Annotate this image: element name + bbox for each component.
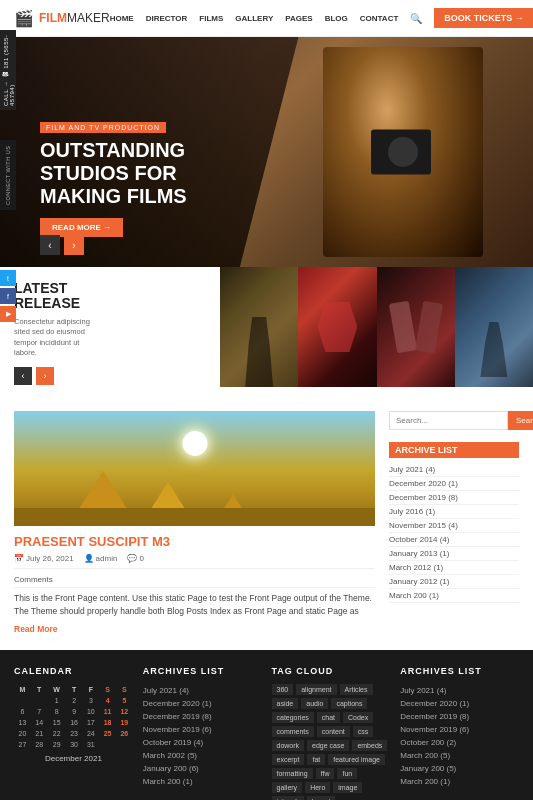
tag-fat[interactable]: fat xyxy=(307,754,325,765)
cal-day[interactable]: 6 xyxy=(14,706,31,717)
read-more-link[interactable]: Read More xyxy=(14,624,375,634)
tag-excerpt[interactable]: excerpt xyxy=(272,754,305,765)
footer-archive-item[interactable]: December 2020 (1) xyxy=(400,697,519,710)
search-button[interactable]: Search xyxy=(508,411,533,430)
tag-image[interactable]: image xyxy=(333,782,362,793)
tag-content[interactable]: content xyxy=(317,726,350,737)
footer-archive-item[interactable]: November 2019 (6) xyxy=(143,723,262,736)
cal-day[interactable]: 8 xyxy=(48,706,66,717)
footer-archive-item[interactable]: November 2019 (6) xyxy=(400,723,519,736)
tag-edgecase[interactable]: edge case xyxy=(307,740,349,751)
cal-day[interactable]: 31 xyxy=(82,739,99,750)
tag-featured[interactable]: featured image xyxy=(328,754,385,765)
gallery-item-4[interactable] xyxy=(455,267,533,387)
tag-hero[interactable]: Hero xyxy=(305,782,330,793)
cal-day[interactable]: 24 xyxy=(82,728,99,739)
cal-day[interactable]: 9 xyxy=(66,706,83,717)
search-input[interactable] xyxy=(389,411,508,430)
cal-day[interactable]: 30 xyxy=(66,739,83,750)
archive-item[interactable]: January 2013 (1) xyxy=(389,547,519,561)
cal-day[interactable]: 17 xyxy=(82,717,99,728)
nav-home[interactable]: HOME xyxy=(110,14,134,23)
cal-day[interactable] xyxy=(14,695,31,706)
archive-item[interactable]: January 2012 (1) xyxy=(389,575,519,589)
cal-day[interactable]: 1 xyxy=(48,695,66,706)
tag-layout[interactable]: layout xyxy=(307,796,336,800)
footer-archive-item[interactable]: January 200 (6) xyxy=(143,762,262,775)
cal-day[interactable]: 18 xyxy=(99,717,116,728)
cal-day[interactable]: 15 xyxy=(48,717,66,728)
cal-day[interactable]: 12 xyxy=(116,706,133,717)
footer-archive-item[interactable]: January 200 (5) xyxy=(400,762,519,775)
cal-day[interactable]: 20 xyxy=(14,728,31,739)
cal-day[interactable] xyxy=(31,695,48,706)
youtube-icon[interactable]: ▶ xyxy=(0,306,16,322)
footer-archive-item[interactable]: July 2021 (4) xyxy=(143,684,262,697)
archive-item[interactable]: March 200 (1) xyxy=(389,589,519,603)
cal-day[interactable]: 22 xyxy=(48,728,66,739)
tag-captions[interactable]: captions xyxy=(331,698,367,709)
tag-css[interactable]: css xyxy=(353,726,374,737)
cal-day[interactable]: 27 xyxy=(14,739,31,750)
twitter-icon[interactable]: t xyxy=(0,270,16,286)
tag-comments[interactable]: comments xyxy=(272,726,314,737)
footer-archive-item[interactable]: March 200 (1) xyxy=(400,775,519,788)
cal-day[interactable]: 11 xyxy=(99,706,116,717)
cal-day[interactable]: 21 xyxy=(31,728,48,739)
nav-contact[interactable]: CONTACT xyxy=(360,14,399,23)
archive-item[interactable]: December 2020 (1) xyxy=(389,477,519,491)
footer-archive-item[interactable]: December 2019 (8) xyxy=(400,710,519,723)
hero-next-button[interactable]: › xyxy=(64,235,84,255)
footer-archive-item[interactable]: December 2020 (1) xyxy=(143,697,262,710)
cal-day[interactable]: 5 xyxy=(116,695,133,706)
hero-prev-button[interactable]: ‹ xyxy=(40,235,60,255)
footer-archive-item[interactable]: March 200 (5) xyxy=(400,749,519,762)
archive-item[interactable]: October 2014 (4) xyxy=(389,533,519,547)
cal-day[interactable]: 13 xyxy=(14,717,31,728)
tag-dowork[interactable]: dowork xyxy=(272,740,305,751)
tag-codex[interactable]: Codex xyxy=(343,712,373,723)
latest-prev-button[interactable]: ‹ xyxy=(14,367,32,385)
search-icon[interactable]: 🔍 xyxy=(410,13,422,24)
cal-day[interactable] xyxy=(116,739,133,750)
footer-archive-item[interactable]: March 2002 (5) xyxy=(143,749,262,762)
cal-day[interactable] xyxy=(99,739,116,750)
tag-chat[interactable]: chat xyxy=(317,712,340,723)
archive-item[interactable]: December 2019 (8) xyxy=(389,491,519,505)
nav-films[interactable]: FILMS xyxy=(199,14,223,23)
nav-blog[interactable]: BLOG xyxy=(325,14,348,23)
nav-pages[interactable]: PAGES xyxy=(285,14,312,23)
tag-formatting[interactable]: formatting xyxy=(272,768,313,779)
archive-item[interactable]: July 2016 (1) xyxy=(389,505,519,519)
footer-archive-item[interactable]: July 2021 (4) xyxy=(400,684,519,697)
footer-archive-item[interactable]: October 2019 (4) xyxy=(143,736,262,749)
tag-aside[interactable]: aside xyxy=(272,698,299,709)
gallery-item-2[interactable] xyxy=(298,267,376,387)
tag-embeds[interactable]: embeds xyxy=(352,740,387,751)
cal-day[interactable]: 7 xyxy=(31,706,48,717)
cal-day[interactable]: 3 xyxy=(82,695,99,706)
facebook-icon[interactable]: f xyxy=(0,288,16,304)
tag-categories[interactable]: categories xyxy=(272,712,314,723)
gallery-item-3[interactable] xyxy=(377,267,455,387)
tag-articles[interactable]: Articles xyxy=(340,684,373,695)
archive-item[interactable]: March 2012 (1) xyxy=(389,561,519,575)
nav-director[interactable]: DIRECTOR xyxy=(146,14,188,23)
book-tickets-button[interactable]: BOOK TICKETS → xyxy=(434,8,533,28)
cal-day[interactable]: 16 xyxy=(66,717,83,728)
tag-360[interactable]: 360 xyxy=(272,684,294,695)
tag-alignment[interactable]: alignment xyxy=(296,684,336,695)
cal-day[interactable]: 23 xyxy=(66,728,83,739)
footer-archive-item[interactable]: December 2019 (8) xyxy=(143,710,262,723)
cal-day[interactable]: 2 xyxy=(66,695,83,706)
cal-day[interactable]: 29 xyxy=(48,739,66,750)
cal-day[interactable]: 10 xyxy=(82,706,99,717)
latest-next-button[interactable]: › xyxy=(36,367,54,385)
archive-item[interactable]: November 2015 (4) xyxy=(389,519,519,533)
cal-day[interactable]: 28 xyxy=(31,739,48,750)
tag-audio[interactable]: audio xyxy=(301,698,328,709)
nav-gallery[interactable]: GALLERY xyxy=(235,14,273,23)
tag-fun[interactable]: fun xyxy=(337,768,357,779)
tag-jetpack[interactable]: jetpack xyxy=(272,796,304,800)
gallery-item-1[interactable] xyxy=(220,267,298,387)
